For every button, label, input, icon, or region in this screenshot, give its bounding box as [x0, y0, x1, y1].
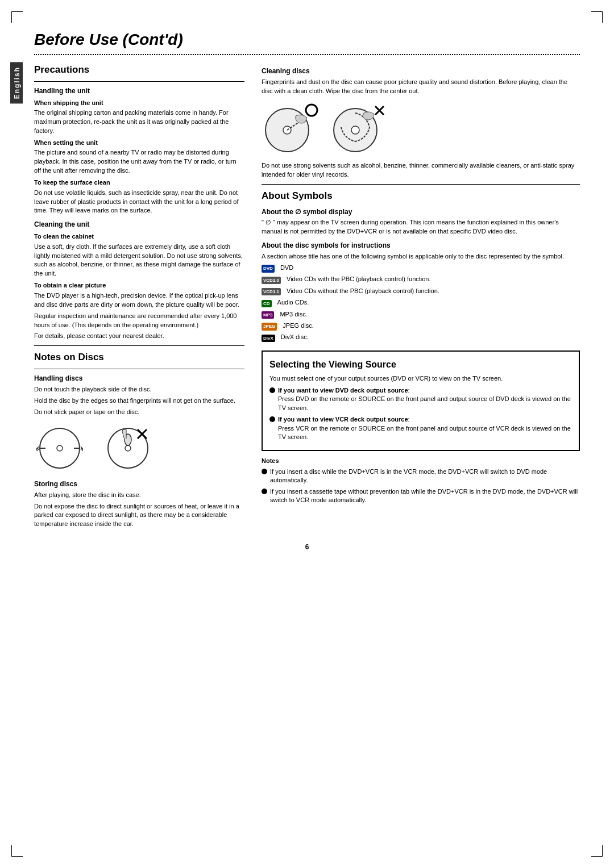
incorrect-cleaning — [330, 102, 387, 156]
notes-section: Notes If you insert a disc while the DVD… — [262, 457, 580, 504]
svg-point-11 — [306, 105, 317, 116]
symbol-row-cd: CD Audio CDs. — [262, 298, 580, 307]
note1-text: If you insert a disc while the DVD+VCR i… — [270, 468, 580, 485]
viewing-source-box: Selecting the Viewing Source You must se… — [262, 350, 580, 452]
when-setting-subtitle: When setting the unit — [34, 139, 244, 147]
page-title: Before Use (Cont'd) — [34, 23, 580, 51]
symbol-row-vcd20: VCD2.0 Video CDs with the PBC (playback … — [262, 275, 580, 284]
dvd-source-label: If you want to view DVD deck output sour… — [278, 387, 408, 394]
clear-picture-text2: Regular inspection and maintenance are r… — [34, 312, 244, 330]
page-number: 6 — [34, 542, 580, 552]
about-symbols-title: About Symbols — [262, 189, 580, 203]
jpeg-label: JPEG disc. — [283, 322, 313, 330]
symbol-display-title: About the ∅ symbol display — [262, 207, 580, 217]
symbol-row-jpeg: JPEG JPEG disc. — [262, 322, 580, 331]
disc-symbols-text: A section whose title has one of the fol… — [262, 252, 580, 261]
to-clean-subtitle: To clean the cabinet — [34, 232, 244, 241]
vcd20-label: Video CDs with the PBC (playback control… — [287, 275, 431, 283]
note1-bullet — [262, 469, 267, 474]
cleaning-unit-title: Cleaning the unit — [34, 220, 244, 229]
english-tab: English — [10, 62, 23, 103]
handling-discs-text1: Do not touch the playback side of the di… — [34, 385, 244, 394]
svg-point-13 — [351, 126, 359, 134]
bad-disc-icon — [102, 423, 154, 474]
symbol-row-mp3: MP3 MP3 disc. — [262, 310, 580, 319]
cd-label: Audio CDs. — [277, 298, 309, 307]
storing-discs-text2: Do not expose the disc to direct sunligh… — [34, 502, 244, 529]
cleaning-images — [262, 102, 580, 156]
to-clean-text: Use a soft, dry cloth. If the surfaces a… — [34, 243, 244, 279]
cd-badge: CD — [262, 300, 272, 307]
vcr-source-label: If you want to view VCR deck output sour… — [278, 416, 408, 423]
dvd-label: DVD — [280, 264, 293, 272]
correct-cleaning-icon — [262, 102, 318, 156]
symbol-display-text: " ∅ " may appear on the TV screen during… — [262, 218, 580, 236]
notes-discs-separator — [34, 369, 244, 369]
incorrect-cleaning-icon — [330, 102, 387, 156]
svg-point-5 — [125, 445, 131, 451]
viewing-source-text: You must select one of your output sourc… — [269, 374, 572, 383]
vcr-source-item: If you want to view VCR deck output sour… — [269, 415, 572, 441]
cleaning-discs-text2: Do not use strong solvents such as alcoh… — [262, 161, 580, 180]
clear-picture-subtitle: To obtain a clear picture — [34, 281, 244, 290]
cleaning-discs-title: Cleaning discs — [262, 66, 580, 76]
right-column: Cleaning discs Fingerprints and dust on … — [262, 62, 580, 531]
precautions-separator — [34, 81, 244, 82]
corner-mark-br — [591, 845, 603, 857]
when-setting-text: The picture and sound of a nearby TV or … — [34, 148, 244, 176]
vcr-source-bullet — [269, 416, 275, 422]
symbol-row-dvd: DVD DVD — [262, 264, 580, 273]
dvd-source-text: Press DVD on the remote or SOURCE on the… — [278, 395, 571, 411]
storing-discs-text1: After playing, store the disc in its cas… — [34, 491, 244, 500]
viewing-source-title: Selecting the Viewing Source — [269, 358, 572, 371]
notes-title: Notes — [262, 457, 580, 465]
vcd11-label: Video CDs without the PBC (playback cont… — [287, 287, 439, 295]
corner-mark-tr — [591, 11, 603, 23]
clear-picture-text3: For details, please contact your nearest… — [34, 332, 244, 341]
disc-handling-images — [34, 423, 244, 474]
correct-cleaning — [262, 102, 318, 156]
symbol-row-vcd11: VCD1.1 Video CDs without the PBC (playba… — [262, 287, 580, 296]
note2-bullet — [262, 489, 267, 494]
good-disc-icon — [34, 423, 85, 474]
vcd11-badge: VCD1.1 — [262, 288, 281, 295]
note2-text: If you insert a cassette tape without pr… — [270, 487, 580, 505]
notes-separator — [34, 345, 244, 346]
handling-discs-text2: Hold the disc by the edges so that finge… — [34, 397, 244, 406]
handling-discs-text3: Do not stick paper or tape on the disc. — [34, 408, 244, 417]
disc-symbols-title: About the disc symbols for instructions — [262, 241, 580, 251]
surface-clean-text: Do not use volatile liquids, such as ins… — [34, 189, 244, 216]
left-column: English Precautions Handling the unit Wh… — [34, 62, 244, 531]
corner-mark-bl — [11, 845, 23, 857]
note1: If you insert a disc while the DVD+VCR i… — [262, 468, 580, 485]
corner-mark-tl — [11, 11, 23, 23]
handling-unit-title: Handling the unit — [34, 86, 244, 96]
mp3-badge: MP3 — [262, 311, 274, 319]
divx-label: DivX disc. — [281, 333, 309, 341]
svg-point-0 — [40, 428, 80, 468]
dvd-source-bullet — [269, 387, 275, 393]
when-shipping-subtitle: When shipping the unit — [34, 99, 244, 107]
clear-picture-text1: The DVD player is a high-tech, precision… — [34, 291, 244, 310]
surface-clean-subtitle: To keep the surface clean — [34, 178, 244, 187]
vcd20-badge: VCD2.0 — [262, 277, 281, 284]
dvd-source-item: If you want to view DVD deck output sour… — [269, 386, 572, 412]
mp3-label: MP3 disc. — [280, 310, 307, 319]
precautions-title: Precautions — [34, 63, 244, 77]
notes-discs-title: Notes on Discs — [34, 350, 244, 364]
svg-point-1 — [57, 445, 63, 451]
divx-badge: DivX — [262, 335, 275, 342]
note2: If you insert a cassette tape without pr… — [262, 487, 580, 505]
jpeg-badge: JPEG — [262, 323, 277, 330]
storing-discs-title: Storing discs — [34, 479, 244, 489]
title-separator — [34, 54, 580, 55]
cleaning-discs-text1: Fingerprints and dust on the disc can ca… — [262, 78, 580, 96]
dvd-badge: DVD — [262, 265, 275, 272]
when-shipping-text: The original shipping carton and packing… — [34, 108, 244, 136]
about-symbols-separator — [262, 184, 580, 185]
handling-discs-title: Handling discs — [34, 374, 244, 383]
vcr-source-text: Press VCR on the remote or SOURCE on the… — [278, 425, 571, 440]
symbol-row-divx: DivX DivX disc. — [262, 333, 580, 342]
